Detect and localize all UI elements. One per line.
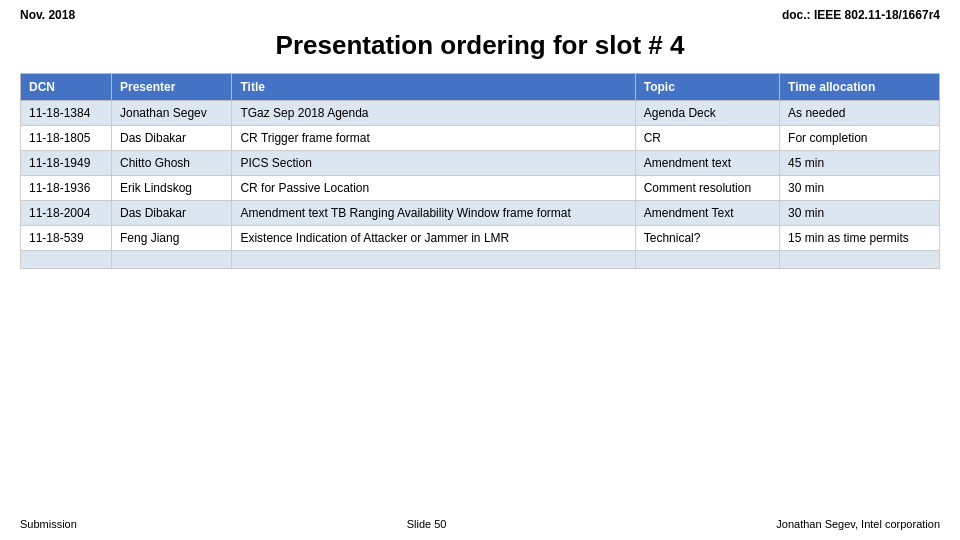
footer-right: Jonathan Segev, Intel corporation: [776, 518, 940, 530]
cell-presenter: Chitto Ghosh: [112, 151, 232, 176]
cell-topic: Amendment Text: [635, 201, 779, 226]
cell-dcn: 11-18-2004: [21, 201, 112, 226]
table-row: 11-18-1805Das DibakarCR Trigger frame fo…: [21, 126, 940, 151]
table-body: 11-18-1384Jonathan SegevTGaz Sep 2018 Ag…: [21, 101, 940, 269]
cell-presenter: Feng Jiang: [112, 226, 232, 251]
col-presenter: Presenter: [112, 74, 232, 101]
table-row: 11-18-539Feng JiangExistence Indication …: [21, 226, 940, 251]
col-time: Time allocation: [780, 74, 940, 101]
cell-topic: Agenda Deck: [635, 101, 779, 126]
table-row: 11-18-2004Das DibakarAmendment text TB R…: [21, 201, 940, 226]
table-header-row: DCN Presenter Title Topic Time allocatio…: [21, 74, 940, 101]
table-row: 11-18-1936Erik LindskogCR for Passive Lo…: [21, 176, 940, 201]
cell-dcn: 11-18-1949: [21, 151, 112, 176]
cell-topic: Comment resolution: [635, 176, 779, 201]
cell-presenter: Das Dibakar: [112, 126, 232, 151]
cell-title: CR for Passive Location: [232, 176, 635, 201]
cell-time: 45 min: [780, 151, 940, 176]
table-row: 11-18-1384Jonathan SegevTGaz Sep 2018 Ag…: [21, 101, 940, 126]
header-right: doc.: IEEE 802.11-18/1667r4: [782, 8, 940, 22]
page: Nov. 2018 doc.: IEEE 802.11-18/1667r4 Pr…: [0, 0, 960, 540]
cell-presenter: Erik Lindskog: [112, 176, 232, 201]
cell-dcn: [21, 251, 112, 269]
cell-title: [232, 251, 635, 269]
cell-time: [780, 251, 940, 269]
table-container: DCN Presenter Title Topic Time allocatio…: [0, 73, 960, 269]
cell-title: PICS Section: [232, 151, 635, 176]
cell-time: For completion: [780, 126, 940, 151]
cell-time: 30 min: [780, 201, 940, 226]
cell-presenter: Jonathan Segev: [112, 101, 232, 126]
table-row: 11-18-1949Chitto GhoshPICS SectionAmendm…: [21, 151, 940, 176]
cell-dcn: 11-18-1384: [21, 101, 112, 126]
cell-title: TGaz Sep 2018 Agenda: [232, 101, 635, 126]
col-dcn: DCN: [21, 74, 112, 101]
table-row: [21, 251, 940, 269]
header-bar: Nov. 2018 doc.: IEEE 802.11-18/1667r4: [0, 0, 960, 26]
col-topic: Topic: [635, 74, 779, 101]
footer-left: Submission: [20, 518, 77, 530]
page-title: Presentation ordering for slot # 4: [0, 30, 960, 61]
cell-dcn: 11-18-1805: [21, 126, 112, 151]
cell-presenter: [112, 251, 232, 269]
header-left: Nov. 2018: [20, 8, 75, 22]
cell-dcn: 11-18-539: [21, 226, 112, 251]
cell-title: Existence Indication of Attacker or Jamm…: [232, 226, 635, 251]
cell-title: Amendment text TB Ranging Availability W…: [232, 201, 635, 226]
cell-topic: [635, 251, 779, 269]
cell-time: 30 min: [780, 176, 940, 201]
presentation-table: DCN Presenter Title Topic Time allocatio…: [20, 73, 940, 269]
footer-center: Slide 50: [407, 518, 447, 530]
cell-presenter: Das Dibakar: [112, 201, 232, 226]
cell-time: 15 min as time permits: [780, 226, 940, 251]
cell-dcn: 11-18-1936: [21, 176, 112, 201]
cell-topic: Amendment text: [635, 151, 779, 176]
cell-topic: Technical?: [635, 226, 779, 251]
footer-bar: Submission Slide 50 Jonathan Segev, Inte…: [0, 512, 960, 536]
cell-title: CR Trigger frame format: [232, 126, 635, 151]
cell-topic: CR: [635, 126, 779, 151]
col-title: Title: [232, 74, 635, 101]
cell-time: As needed: [780, 101, 940, 126]
